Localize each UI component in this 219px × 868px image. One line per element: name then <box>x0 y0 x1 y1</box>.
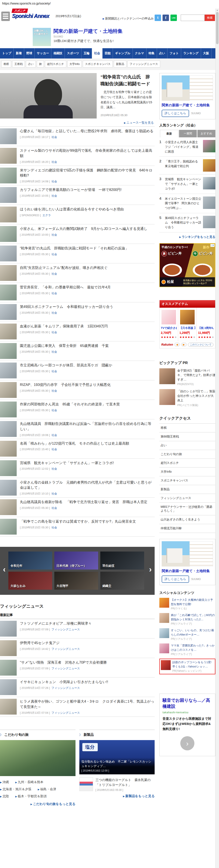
quick-access-item[interactable]: 新製品 <box>159 485 215 494</box>
news-thumbnail[interactable] <box>0 148 17 164</box>
news-item[interactable]: ほうれい線を消したい人は普通の化粧品を今すぐやめるべき理由 [ SPONSORE… <box>0 205 155 224</box>
news-title[interactable]: 名画「積みわら」が122億円で落札 モネの作品としては史上最高額 <box>20 441 129 446</box>
news-thumbnail[interactable] <box>0 499 17 515</box>
chevron-right-icon[interactable]: › <box>149 566 152 574</box>
news-item[interactable]: RIZAP、193億円の赤字 子会社不振で予想より大幅悪化 [ 2019年5月1… <box>0 380 155 400</box>
news-category-link[interactable]: 社会 <box>51 467 57 470</box>
about-link-button[interactable]: このリンクについて <box>188 343 213 347</box>
nav-item[interactable]: 格闘技 <box>51 48 65 59</box>
news-category-link[interactable]: 社会 <box>51 233 57 236</box>
quick-access-item[interactable]: フィッシングニュース <box>159 494 215 502</box>
news-thumbnail[interactable] <box>0 519 17 535</box>
special-content-item[interactable]: 【オークス】大魔神の殿堂入り予想を無料で公開! PR(ウマくる) <box>159 598 215 611</box>
travel-section-title[interactable]: こだわり旬の旅 <box>0 733 75 737</box>
ranking-item[interactable]: 3 宮城県 観光キャンペーンで「サザエさん」一家とコラボ! <box>159 175 215 194</box>
news-thumbnail[interactable] <box>0 128 17 144</box>
news-item[interactable]: 血液がん新薬「キムリア」保険適用了承 1回3349万円 [ 2019年5月16日… <box>0 322 155 341</box>
news-item[interactable]: 園児遊ぶ公園に車突入 保育士骨折 65歳男逮捕 千葉 [ 2019年5月16日 … <box>0 341 155 361</box>
product-image[interactable] <box>199 310 213 324</box>
news-item[interactable]: スティール製のウサギの彫刻が99億円で落札 存命美術家の作品としては史上最高額 … <box>0 146 155 166</box>
news-thumbnail[interactable] <box>0 246 17 261</box>
news-item[interactable]: 宮城県 観光キャンペーンで「サザエさん」一家とコラボ! [ 2019年5月15日… <box>0 459 155 478</box>
subnav-item[interactable]: 占い <box>26 61 36 67</box>
news-title[interactable]: RIZAP、193億円の赤字 子会社不振で予想より大幅悪化 <box>20 382 111 388</box>
news-item[interactable]: 第49回スポニチフォーラム 令和最初はサッカー語り合う [ 2019年5月16日… <box>0 302 155 322</box>
carousel-tile[interactable]: 大坂なおみ <box>8 572 52 590</box>
news-list-more-link[interactable]: ニュース一覧を見る <box>124 121 154 124</box>
pickup-pr-item[interactable]: 金子賢(42)「腹筋バキバキ、で簡単だよ?」効果が凄すぎ… PR(BIZENTO… <box>159 368 215 386</box>
nav-item[interactable]: サッカー <box>35 48 51 59</box>
scroll-up-icon[interactable]: ▲ <box>216 8 219 11</box>
nav-item[interactable]: 芸能 <box>103 48 113 59</box>
fishing-title[interactable]: 伊勢湾で45センチ鬼アジ <box>20 640 80 646</box>
special-thumbnail[interactable] <box>159 598 169 608</box>
new-products-more-link[interactable]: 新製品をもっと見る <box>79 794 155 798</box>
news-item[interactable]: 心愛さん「毎日地獄」と話していた…母に懲役2年求刑 虐待死、傷害ほう助認める [… <box>0 127 155 146</box>
product-card[interactable]: 【祝 3周年5,000 11,988円 ★★★★★★ <box>196 308 215 341</box>
suumo-ad-card[interactable]: 関東の新築一戸建て・土地特集 詳しくはこちら SUUMO <box>159 73 215 119</box>
new-products-title[interactable]: 新製品 <box>79 733 155 737</box>
news-item[interactable]: 作家の阿部牧郎さん死去 85歳「それぞれの終楽章」で直木賞 [ 2019年5月1… <box>0 400 155 419</box>
special-thumbnail[interactable] <box>159 628 169 638</box>
news-thumbnail[interactable] <box>0 304 17 320</box>
subnav-item[interactable]: 新製品 <box>114 61 126 67</box>
news-title[interactable]: 菅官房長官、「令和」の墨書早期公開へ 最短で21年4月 <box>20 284 111 290</box>
news-item[interactable]: 丸山穂高議員 辞職勧告決議案出れば反論へ「言論府が自らの首を絞める行為に等しい」… <box>0 419 155 439</box>
quick-access-item[interactable]: こだわり旬の旅 <box>159 450 215 459</box>
news-title[interactable]: 「戦争でこの島を取り返すのは賛成ですか、反対ですか?」丸山発言全文 <box>20 519 136 524</box>
news-item[interactable]: 市立尼崎高バレー部コーチが体罰、部員左耳ケガ 隠蔽か [ 2019年5月16日 … <box>0 361 155 380</box>
news-category-link[interactable]: 社会 <box>51 447 57 451</box>
fishing-item[interactable]: ヒラメ真夜中が熱い、ゴツンと船中最大4・3キロ クロダイ真昼に1号、気温上がって… <box>0 697 155 717</box>
pickup-title[interactable]: 「顔のシミが7日で…」製薬会社が作った神コスメが大炎上 <box>177 389 215 403</box>
news-title[interactable]: 丸山穂高議員 辞職勧告決議案出れば反論へ「言論府が自らの首を絞める行為に等しい」 <box>20 421 155 432</box>
ad-close-icon[interactable]: ✕ <box>212 244 214 247</box>
subnav-item[interactable]: 将棋 <box>1 61 11 67</box>
special-title[interactable]: 娘が「これ石鹸で試して」| 60代の肌悩みシミ対策たった2… <box>171 613 215 621</box>
fishing-thumbnail[interactable] <box>0 621 17 637</box>
subnav-item[interactable]: 大学Info <box>67 61 82 67</box>
fishing-title[interactable]: フトツノザメにエチオピア…珍種に興味津々 <box>20 621 92 626</box>
news-thumbnail[interactable] <box>0 187 17 203</box>
scrollbar-thumb[interactable] <box>216 12 219 44</box>
travel-link[interactable]: 栃木・宇都宮＆那須 <box>15 794 47 798</box>
product-name[interactable]: TVで紹介された <box>161 326 177 330</box>
ad-thumbnail[interactable]: 18畳LDK、しかも庭付き?! <box>33 28 51 46</box>
product-card[interactable]: TVで紹介された 2,700円 ★★★★★★ <box>159 308 178 341</box>
news-category-link[interactable]: 社会 <box>51 180 57 183</box>
fishing-title[interactable]: “サメ”ない情熱 深海王者 沢地さん70Pで大会初優勝 <box>20 660 107 665</box>
ranking-thumbnail[interactable] <box>203 216 215 228</box>
news-thumbnail[interactable] <box>0 265 17 281</box>
travel-link[interactable]: 北海道・旭川＆夕張 <box>0 787 31 791</box>
nav-item[interactable]: トップ <box>0 48 14 59</box>
ranking-thumbnail[interactable] <box>203 159 215 172</box>
news-category-link[interactable]: 社会 <box>51 331 57 334</box>
news-category-link[interactable]: 社会 <box>51 492 57 495</box>
fishing-thumbnail[interactable] <box>0 699 17 715</box>
quick-access-item[interactable]: 将棋 <box>159 424 215 432</box>
scrollbar[interactable]: ▲ <box>215 8 219 868</box>
pickup-thumbnail[interactable] <box>159 368 175 384</box>
special-title[interactable]: 話題のポップコーンをもう1度!早くも1位→Yahoo!ショッ… <box>172 660 214 669</box>
pickup-title[interactable]: 金子賢(42)「腹筋バキバキ、で簡単だよ?」効果が凄すぎ… <box>177 368 215 382</box>
takahashi-ad-title[interactable]: 騒音でお困りなら…／高橋建設 <box>162 697 212 709</box>
news-item[interactable]: 丸山穂高議員を維新が除名 「戦争で北方領土取り返せ」発言 辞職は本人否定 [ 2… <box>0 498 155 517</box>
ranking-item[interactable]: 4 米イエローストーン国立公園で珍事? 間欠泉のひとつが3年ぶ… <box>159 194 215 213</box>
pickup-thumbnail[interactable] <box>159 389 175 405</box>
news-category-link[interactable]: 社会 <box>51 506 57 509</box>
special-content-item[interactable]: ママ友「雰囲気変わった?」きっかけはこのコスメを… PR(リアルライブ) <box>159 644 215 656</box>
product-image[interactable] <box>180 310 195 324</box>
line-icon[interactable]: LINE <box>171 14 177 21</box>
ranking-item-title[interactable]: 「青汁王子」脱税認める 東京地裁で初公判 <box>165 159 201 172</box>
news-title[interactable]: 宮城県 観光キャンペーンで「サザエさん」一家とコラボ! <box>20 460 114 466</box>
quick-access-item[interactable]: 第68期王将戦 <box>159 432 215 441</box>
ranking-item-title[interactable]: 宮城県 観光キャンペーンで「サザエさん」一家とコラボ! <box>165 177 201 191</box>
fishing-category-link[interactable]: フィッシングニュース <box>51 667 80 670</box>
twitter-icon[interactable]: t <box>155 14 161 21</box>
pickup-pr-item[interactable]: 「顔のシミが7日で…」製薬会社が作った神コスメが大炎上 PR(メビウス製薬) <box>159 389 215 407</box>
nav-item[interactable]: スポーツ <box>65 48 81 59</box>
ranking-thumbnail[interactable] <box>203 177 215 189</box>
fishing-category-link[interactable]: フィッシングニュース <box>51 628 80 631</box>
travel-link[interactable]: 北陸 <box>0 794 9 798</box>
news-title[interactable]: “戦争発言”の丸山氏 辞職勧告決議に戦闘モード「それ相応の反論」 <box>20 246 129 251</box>
news-category-link[interactable]: 社会 <box>51 311 57 314</box>
